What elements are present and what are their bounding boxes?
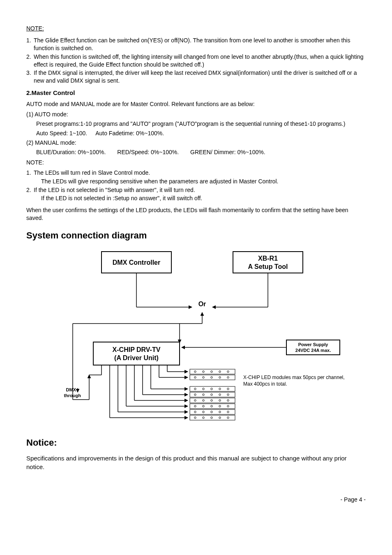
auto-presets: Preset programs:1-10 programs and "AUTO"… [36, 120, 366, 128]
note2-tail: When the user confirms the settings of t… [26, 206, 366, 222]
driver-label-2: (A Driver Unit) [114, 354, 159, 361]
dmx-controller-label: DMX Controller [113, 259, 160, 266]
note2-list: 1. The LEDs will turn red in Slave Contr… [26, 169, 366, 203]
page-number: - Page 4 - [26, 496, 366, 504]
item-text: If the LED is not selected in "Setup wit… [34, 186, 366, 194]
dmx-through-label-2: through [64, 393, 81, 398]
psu-label-2: 24VDC 24A max. [295, 348, 331, 353]
notice-heading: Notice: [26, 437, 366, 449]
list-item: 1. The LEDs will turn red in Slave Contr… [26, 169, 366, 177]
diagram-svg: DMX Controller XB-R1 A Setup Tool Or X-C… [40, 247, 352, 428]
item-number: 2. [26, 53, 32, 69]
connection-diagram: DMX Controller XB-R1 A Setup Tool Or X-C… [26, 247, 366, 428]
diagram-heading: System connection diagram [26, 229, 366, 242]
xb-r1-label-2: A Setup Tool [248, 263, 288, 270]
dmx-through-label-1: DMX [66, 387, 76, 392]
item-text: The LEDs will give responding sensitive … [41, 178, 366, 185]
item-number: 3. [26, 69, 32, 85]
auto-mode-label: (1) AUTO mode: [26, 111, 366, 118]
manual-red: RED/Speed: 0%~100%. [117, 148, 179, 156]
item-number: 1. [26, 169, 32, 177]
manual-blue: BLUE/Duration: 0%~100%. [36, 148, 106, 156]
item-text: The LEDs will turn red in Slave Control … [34, 169, 366, 177]
item-number [34, 178, 39, 185]
notice-body: Specifications and improvements in the d… [26, 454, 366, 471]
master-control-heading: 2.Master Control [26, 89, 366, 97]
driver-label-1: X-CHIP DRV-TV [113, 346, 161, 353]
list-item: If the LED is not selected in :Setup no … [34, 194, 366, 202]
list-item: 1. The Glide Effect function can be swit… [26, 37, 366, 52]
list-item: 3. If the DMX signal is interrupted, the… [26, 69, 366, 85]
modules-label-1: X-CHIP LED modules max 50pcs per channel… [243, 375, 345, 380]
item-text: The Glide Effect function can be switche… [34, 37, 366, 52]
auto-speed: Auto Speed: 1~100. [36, 130, 87, 137]
or-label: Or [198, 301, 206, 308]
master-intro: AUTO mode and MANUAL mode are for Master… [26, 100, 366, 108]
manual-green: GREEN/ Dimmer: 0%~100%. [190, 148, 265, 156]
auto-fadetime: Auto Fadetime: 0%~100%. [95, 130, 164, 137]
xb-r1-label-1: XB-R1 [258, 255, 278, 262]
item-number: 2. [26, 186, 32, 194]
svg-rect-8 [93, 342, 180, 365]
manual-mode-label: (2) MANUAL mode: [26, 139, 366, 147]
note2-heading: NOTE: [26, 159, 366, 166]
item-text: If the LED is not selected in :Setup no … [41, 194, 366, 202]
psu-label-1: Power Supply [298, 342, 329, 347]
list-item: The LEDs will give responding sensitive … [34, 178, 366, 185]
list-item: 2. When this function is switched off, t… [26, 53, 366, 69]
modules-label-2: Max 400pcs in total. [243, 381, 287, 387]
item-text: When this function is switched off, the … [34, 53, 366, 69]
list-item: 2. If the LED is not selected in "Setup … [26, 186, 366, 194]
item-number [34, 194, 39, 202]
item-number: 1. [26, 37, 32, 52]
note-list: 1. The Glide Effect function can be swit… [26, 37, 366, 85]
item-text: If the DMX signal is interrupted, the dr… [34, 69, 366, 85]
note-heading: NOTE: [26, 25, 366, 32]
